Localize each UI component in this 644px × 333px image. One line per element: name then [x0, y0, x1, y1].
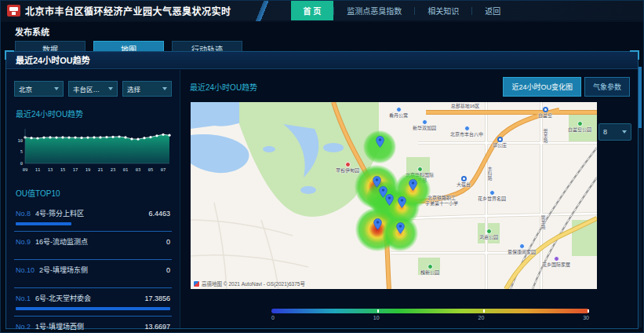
- top-list-line: No.916号-流动监测点0: [16, 236, 170, 247]
- svg-text:09: 09: [23, 167, 28, 172]
- svg-text:21: 21: [98, 167, 104, 172]
- app-title: 北京市丰台区循环经济产业园大气恶臭状况实时: [25, 4, 231, 17]
- rank-number: No.10: [16, 266, 35, 274]
- station-name: 4号-筛分上料区: [35, 208, 148, 218]
- top-list-line: No.16号-北天堂村委会17.3856: [16, 293, 170, 303]
- scale-tick-label: 20: [478, 315, 484, 320]
- svg-text:07: 07: [161, 167, 166, 172]
- map-section: 最近24小时OU趋势 近24小时OU变化图气象参数: [180, 70, 638, 328]
- scale-tick-mark: [483, 309, 485, 313]
- map-attribution-text: 高德地图 © 2021 AutoNavi - GS(2021)6375号: [202, 280, 305, 287]
- station-name: 2号-填埋场东侧: [39, 265, 166, 275]
- svg-text:01: 01: [123, 167, 129, 172]
- main-panel: 最近24小时OU趋势 北京丰台区循环经济产选择 最近24小时OU趋势 05100…: [5, 51, 639, 329]
- filter-select-2[interactable]: 选择: [122, 81, 172, 97]
- svg-text:05: 05: [148, 167, 154, 172]
- page-scrollbar[interactable]: [639, 67, 642, 328]
- filter-select-value: 丰台区循环经济产: [73, 84, 106, 93]
- heat-scale-ticks: 0102030: [271, 315, 589, 320]
- nav-item-1[interactable]: 监测点恶臭指数: [334, 1, 414, 20]
- map-pin-icon[interactable]: [396, 222, 405, 234]
- station-name: 1号-填埋场西侧: [35, 321, 144, 331]
- svg-text:17: 17: [73, 167, 78, 172]
- chevron-down-icon: [622, 130, 627, 134]
- ou-value: 13.6697: [144, 323, 170, 331]
- value-bar-fill: [16, 222, 71, 225]
- app-logo-icon: [7, 5, 20, 16]
- panel-body: 北京丰台区循环经济产选择 最近24小时OU趋势 0510091113151719…: [6, 70, 638, 328]
- map-section-title: 最近24小时OU趋势: [190, 81, 500, 93]
- value-bar-track: [16, 222, 170, 225]
- rank-number: No.9: [16, 238, 31, 246]
- heat-scale-bar: 0102030: [271, 309, 589, 320]
- rank-number: No.8: [16, 210, 31, 218]
- top-list-item[interactable]: No.21号-填埋场西侧13.6697: [14, 317, 172, 333]
- map-buttons: 近24小时OU变化图气象参数: [500, 77, 630, 97]
- amap-logo-icon: [193, 280, 200, 287]
- main-nav: 首 页监测点恶臭指数相关知识返回: [291, 1, 514, 20]
- nav-item-3[interactable]: 返回: [472, 1, 513, 20]
- svg-text:0: 0: [20, 161, 23, 166]
- svg-text:15: 15: [60, 167, 66, 172]
- top-bar: 北京市丰台区循环经济产业园大气恶臭状况实时 首 页监测点恶臭指数相关知识返回: [1, 1, 643, 22]
- svg-text:11: 11: [35, 167, 41, 172]
- rank-number: No.2: [16, 323, 31, 331]
- svg-text:19: 19: [86, 167, 91, 172]
- nav-item-2[interactable]: 相关知识: [415, 1, 471, 20]
- map-point-select-value: 8: [603, 128, 620, 136]
- value-bar-track: [16, 307, 170, 310]
- scale-tick-mark: [588, 309, 589, 313]
- header-divider-swoosh: [236, 0, 291, 21]
- map-header: 最近24小时OU趋势 近24小时OU变化图气象参数: [180, 70, 638, 102]
- ou-top-list: No.84号-筛分上料区6.4463No.916号-流动监测点0No.102号-…: [14, 203, 172, 333]
- top-list-line: No.102号-填埋场东侧0: [16, 265, 170, 275]
- map-point-select[interactable]: 8: [599, 123, 631, 141]
- map-pin-icon[interactable]: [373, 218, 382, 230]
- map-pin-icon[interactable]: [398, 196, 406, 208]
- chevron-down-icon: [54, 87, 59, 90]
- map-button-0[interactable]: 近24小时OU变化图: [503, 77, 581, 97]
- chevron-down-icon: [108, 87, 113, 90]
- station-name: 16号-流动监测点: [35, 236, 166, 247]
- rank-number: No.1: [16, 295, 31, 302]
- value-bar-track: [16, 251, 170, 254]
- top-list-title: OU值TOP10: [16, 187, 172, 199]
- top-list-line: No.84号-筛分上料区6.4463: [16, 208, 170, 218]
- chart-section-title: 最近24小时OU趋势: [16, 108, 172, 119]
- ou-trend-chart: 0510091113151719212301030507: [14, 124, 173, 176]
- filter-select-1[interactable]: 丰台区循环经济产: [68, 81, 118, 97]
- ou-value: 0: [166, 238, 170, 246]
- top-list-item[interactable]: No.102号-填埋场东侧0: [14, 260, 172, 288]
- map-pin-icon[interactable]: [409, 179, 417, 191]
- ou-value: 0: [166, 266, 170, 274]
- value-bar-fill: [16, 307, 170, 310]
- filter-select-0[interactable]: 北京: [14, 81, 64, 97]
- svg-text:5: 5: [20, 149, 23, 154]
- scale-tick-mark: [377, 309, 379, 313]
- nav-item-0[interactable]: 首 页: [291, 1, 334, 20]
- svg-text:10: 10: [17, 138, 23, 143]
- top-list-line: No.21号-填埋场西侧13.6697: [16, 321, 170, 331]
- heat-scale-gradient: [271, 309, 589, 313]
- top-list-item[interactable]: No.84号-筛分上料区6.4463: [14, 203, 172, 232]
- filter-select-value: 选择: [127, 84, 160, 93]
- value-bar-track: [16, 279, 170, 282]
- filter-select-value: 北京: [19, 84, 52, 93]
- map-pin-icon[interactable]: [385, 194, 394, 206]
- map-attribution: 高德地图 © 2021 AutoNavi - GS(2021)6375号: [193, 280, 305, 287]
- scale-tick-label: 0: [271, 315, 275, 320]
- svg-text:23: 23: [111, 167, 116, 172]
- top-list-item[interactable]: No.16号-北天堂村委会17.3856: [14, 288, 172, 317]
- filter-selects: 北京丰台区循环经济产选择: [14, 81, 172, 97]
- publish-system-label: 发布系统: [15, 25, 643, 38]
- map-canvas[interactable]: 看丹公寓新华双加园总部基地16区北京市丰台八中郭公庄白盆窑白盆窑公园翠谷伊甸园大…: [191, 102, 597, 289]
- map-pin-icon[interactable]: [376, 136, 384, 148]
- scale-tick-label: 10: [373, 315, 380, 320]
- left-sidebar: 北京丰台区循环经济产选择 最近24小时OU趋势 0510091113151719…: [6, 70, 180, 328]
- panel-title: 最近24小时OU趋势: [6, 52, 638, 69]
- top-list-item[interactable]: No.916号-流动监测点0: [14, 232, 172, 260]
- page-scrollbar-thumb[interactable]: [639, 67, 642, 128]
- chevron-down-icon: [162, 87, 167, 90]
- scale-tick-label: 30: [583, 315, 589, 320]
- map-button-1[interactable]: 气象参数: [584, 77, 630, 97]
